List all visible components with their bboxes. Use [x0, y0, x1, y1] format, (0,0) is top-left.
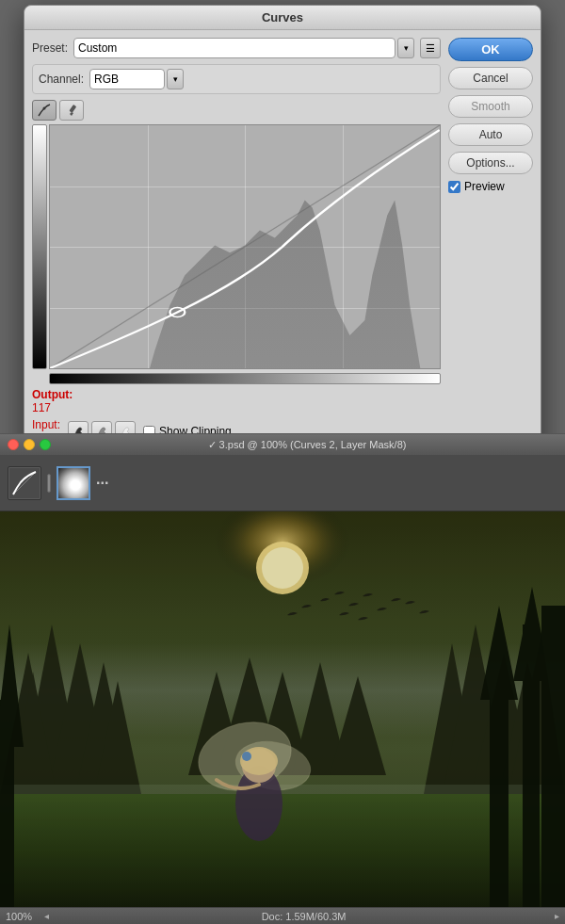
- horizontal-gradient-bar: [49, 373, 441, 384]
- channel-select-wrapper: RGB ▾: [89, 69, 184, 89]
- svg-rect-1: [69, 105, 76, 113]
- channel-label: Channel:: [39, 73, 84, 86]
- preset-row: Preset: Custom ▾ ☰: [32, 38, 441, 58]
- curve-pencil-tool-button[interactable]: [59, 100, 84, 121]
- ps-canvas: [0, 511, 565, 907]
- scene-svg: [0, 511, 565, 907]
- dialog-left-panel: Preset: Custom ▾ ☰ Channel: RGB: [32, 38, 441, 470]
- curve-svg: [50, 125, 440, 368]
- curve-tools-row: [32, 100, 441, 121]
- chart-bottom-area: [32, 371, 441, 384]
- layers-panel: ···: [0, 455, 565, 511]
- minimize-button[interactable]: [24, 439, 35, 450]
- curve-tool-icon: [38, 104, 51, 117]
- svg-rect-44: [541, 606, 565, 907]
- curve-draw-tool-button[interactable]: [32, 100, 56, 121]
- dialog-titlebar: Curves: [24, 6, 541, 30]
- vertical-gradient-bar: [32, 124, 47, 369]
- layer-link-chain: [47, 468, 51, 498]
- close-button[interactable]: [8, 439, 19, 450]
- preset-select[interactable]: Custom: [73, 38, 396, 58]
- input-label: Input:: [32, 418, 60, 431]
- ps-window-title: ✓ 3.psd @ 100% (Curves 2, Layer Mask/8): [56, 439, 557, 451]
- options-button[interactable]: Options...: [448, 152, 533, 174]
- preview-checkbox[interactable]: [448, 181, 460, 193]
- preview-row: Preview: [448, 180, 533, 193]
- dialog-body: Preset: Custom ▾ ☰ Channel: RGB: [24, 30, 541, 478]
- svg-marker-2: [70, 112, 73, 116]
- preset-arrow-button[interactable]: ▾: [397, 38, 414, 58]
- channel-row: Channel: RGB ▾: [32, 64, 441, 94]
- zoom-level: 100%: [6, 911, 32, 922]
- smooth-button[interactable]: Smooth: [448, 95, 533, 118]
- preview-label: Preview: [464, 180, 505, 193]
- ps-titlebar: ✓ 3.psd @ 100% (Curves 2, Layer Mask/8): [0, 434, 565, 455]
- svg-rect-39: [0, 511, 565, 907]
- output-section: Output: 117: [32, 388, 441, 414]
- ps-statusbar: 100% ◂ Doc: 1.59M/60.3M ▸: [0, 907, 565, 924]
- photoshop-window: ✓ 3.psd @ 100% (Curves 2, Layer Mask/8) …: [0, 433, 565, 924]
- status-next-button[interactable]: ▸: [555, 911, 559, 921]
- adjustment-layer-icon[interactable]: [8, 466, 41, 500]
- dialog-title: Curves: [262, 10, 303, 24]
- layer-more-options-button[interactable]: ···: [96, 475, 108, 492]
- channel-arrow-button[interactable]: ▾: [167, 69, 184, 89]
- curves-dialog: Curves Preset: Custom ▾ ☰: [24, 5, 541, 478]
- curves-dialog-wrapper: Curves Preset: Custom ▾ ☰: [0, 0, 565, 433]
- traffic-lights: [8, 439, 51, 450]
- layer-mask-thumbnail[interactable]: [56, 466, 90, 500]
- preset-gear-button[interactable]: ☰: [420, 38, 441, 58]
- channel-select[interactable]: RGB: [89, 69, 165, 89]
- doc-info: Doc: 1.59M/60.3M: [60, 911, 547, 922]
- auto-button[interactable]: Auto: [448, 123, 533, 146]
- maximize-button[interactable]: [40, 439, 51, 450]
- cancel-button[interactable]: Cancel: [448, 67, 533, 89]
- output-label: Output:: [32, 388, 441, 401]
- preset-label: Preset:: [32, 41, 68, 55]
- curves-adjustment-icon: [9, 468, 40, 498]
- status-prev-button[interactable]: ◂: [40, 910, 53, 923]
- preset-select-wrapper: Custom ▾: [73, 38, 414, 58]
- svg-point-0: [43, 107, 46, 110]
- curves-chart[interactable]: [49, 124, 441, 369]
- pencil-tool-icon: [65, 104, 78, 117]
- curves-chart-container: [32, 124, 441, 369]
- bottom-gradient-wrapper: [49, 371, 441, 384]
- output-value: 117: [32, 401, 441, 414]
- dialog-right-panel: OK Cancel Smooth Auto Options... Preview: [448, 38, 533, 470]
- ok-button[interactable]: OK: [448, 38, 533, 61]
